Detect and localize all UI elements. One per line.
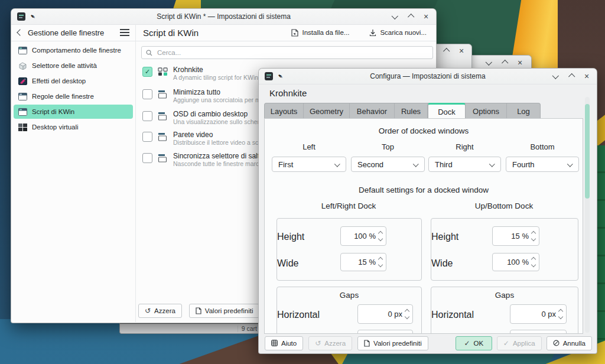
up-bottom-dock-group: Height 15 % Wide 100 % [431, 218, 578, 281]
checkbox-unchecked[interactable] [142, 153, 152, 163]
maximize-icon[interactable] [406, 12, 415, 21]
spin-arrows-icon[interactable] [379, 232, 383, 240]
up-bottom-dock-title: Up/Bottom Dock [431, 202, 577, 210]
dropdown-value: Second [357, 160, 383, 169]
close-icon[interactable]: × [583, 72, 591, 80]
defaults-button[interactable]: Valori predefiniti [189, 304, 260, 318]
apply-button[interactable]: ✓ Applica [497, 336, 542, 350]
document-icon [196, 307, 201, 314]
wide-spinbox[interactable]: 100 % [492, 253, 539, 271]
panel-divider [135, 24, 136, 322]
dialog-heading: Krohnkite [269, 88, 307, 98]
install-from-file-button[interactable]: Installa da file... [288, 28, 353, 37]
virtual-desktops-icon [18, 124, 27, 131]
check-icon: ✓ [503, 340, 509, 347]
back-icon[interactable] [16, 28, 24, 37]
sidebar-item-task-switcher[interactable]: Selettore delle attività [14, 58, 133, 73]
maximize-icon[interactable] [442, 47, 450, 55]
main-window-title: Script di KWin * — Impostazioni di siste… [11, 12, 436, 21]
window-script-icon [158, 154, 168, 162]
help-icon [271, 340, 278, 346]
install-from-file-label: Installa da file... [302, 29, 349, 36]
order-column-label-right: Right [428, 142, 501, 151]
spin-arrows-icon[interactable] [532, 232, 536, 240]
maximize-icon[interactable] [500, 58, 509, 67]
page-title: Script di KWin [143, 28, 199, 38]
sidebar-item-window-rules[interactable]: Regole delle finestre [14, 89, 133, 103]
order-top-dropdown[interactable]: Second [351, 157, 425, 172]
defaults-button[interactable]: Valori predefiniti [357, 336, 428, 350]
spin-arrows-icon[interactable] [559, 310, 564, 318]
hamburger-menu-icon[interactable] [120, 29, 129, 36]
close-icon[interactable]: × [457, 47, 466, 55]
height-label: Height [277, 232, 336, 242]
horizontal-gap-spinbox[interactable]: 0 px [510, 304, 567, 324]
ok-button[interactable]: ✓ OK [456, 336, 492, 350]
wide-label: Wide [431, 258, 488, 269]
minimize-icon[interactable] [391, 12, 399, 21]
tab-layouts[interactable]: Layouts [265, 103, 304, 119]
check-icon: ✓ [464, 340, 470, 347]
tab-bar: Layouts Geometry Behavior Rules Dock Opt… [264, 103, 541, 119]
checkbox-unchecked[interactable] [142, 132, 152, 142]
close-icon[interactable]: × [422, 12, 430, 21]
sidebar-item-virtual-desktops[interactable]: Desktop virtuali [14, 120, 133, 134]
tab-geometry[interactable]: Geometry [304, 103, 350, 119]
sidebar-item-label: Regole delle finestre [32, 93, 94, 100]
scrollbar-handle[interactable] [585, 104, 590, 199]
minimize-icon[interactable] [485, 58, 493, 67]
tab-log[interactable]: Log [507, 103, 540, 119]
checkbox-checked[interactable]: ✓ [142, 67, 152, 77]
ok-label: OK [474, 340, 484, 347]
window-behavior-icon [18, 47, 27, 54]
search-field[interactable] [141, 46, 433, 59]
help-button[interactable]: Aiuto [265, 336, 303, 350]
sidebar-item-kwin-scripts[interactable]: Script di KWin [14, 105, 133, 119]
sidebar-item-label: Script di KWin [32, 108, 74, 115]
spin-value: 100 % [507, 258, 529, 266]
window-rules-icon [18, 93, 27, 100]
nav-back-label[interactable]: Gestione delle finestre [28, 28, 104, 37]
cancel-button[interactable]: Annulla [547, 336, 592, 350]
spin-arrows-icon[interactable] [405, 310, 410, 318]
undo-icon: ↺ [315, 340, 321, 347]
sidebar-item-desktop-effects[interactable]: Effetti del desktop [14, 74, 133, 88]
order-bottom-dropdown[interactable]: Fourth [506, 157, 579, 172]
checkbox-unchecked[interactable] [142, 111, 152, 121]
close-icon[interactable]: × [516, 58, 524, 67]
dropdown-value: First [278, 160, 293, 169]
sidebar-item-window-behavior[interactable]: Comportamento delle finestre [14, 43, 133, 57]
dialog-scrollbar[interactable] [585, 97, 590, 333]
horizontal-gap-spinbox[interactable]: 0 px [357, 304, 413, 324]
dropdown-value: Third [435, 160, 453, 169]
statusbar-folder-count: 9 cart [242, 325, 257, 332]
tab-options[interactable]: Options [466, 103, 507, 119]
wide-spinbox[interactable]: 15 % [340, 253, 386, 271]
order-right-dropdown[interactable]: Third [428, 157, 501, 172]
search-icon [146, 50, 152, 56]
tab-behavior[interactable]: Behavior [350, 103, 395, 119]
height-spinbox[interactable]: 15 % [492, 226, 539, 246]
spin-arrows-icon[interactable] [532, 258, 536, 266]
minimize-icon[interactable] [552, 72, 560, 80]
maximize-icon[interactable] [567, 72, 575, 80]
height-spinbox[interactable]: 100 % [340, 226, 386, 246]
reset-button[interactable]: ↺ Azzera [308, 336, 352, 350]
reset-label: Azzera [154, 307, 175, 314]
tab-dock[interactable]: Dock [428, 103, 466, 119]
order-left-dropdown[interactable]: First [272, 157, 346, 172]
dialog-footer: Aiuto ↺ Azzera Valori predefiniti ✓ OK [259, 333, 597, 353]
tab-rules[interactable]: Rules [395, 103, 428, 119]
apply-label: Applica [513, 340, 535, 347]
window-script-icon [158, 112, 168, 121]
search-input[interactable] [156, 48, 428, 57]
checkbox-unchecked[interactable] [142, 89, 152, 99]
get-new-scripts-button[interactable]: Scarica nuovi... [366, 28, 430, 37]
main-titlebar[interactable]: ✒ Script di KWin * — Impostazioni di sis… [11, 9, 436, 25]
dialog-titlebar[interactable]: ✒ Configura — Impostazioni di sistema × [259, 69, 597, 84]
dropdown-value: Fourth [512, 160, 535, 169]
spin-arrows-icon[interactable] [379, 258, 383, 266]
reset-button[interactable]: ↺ Azzera [138, 304, 182, 318]
desktop: × × 9 cart ✒ Script di KWin * — Impostaz… [0, 0, 605, 364]
right-gaps-group: Gaps Horizontal 0 px [431, 287, 578, 334]
